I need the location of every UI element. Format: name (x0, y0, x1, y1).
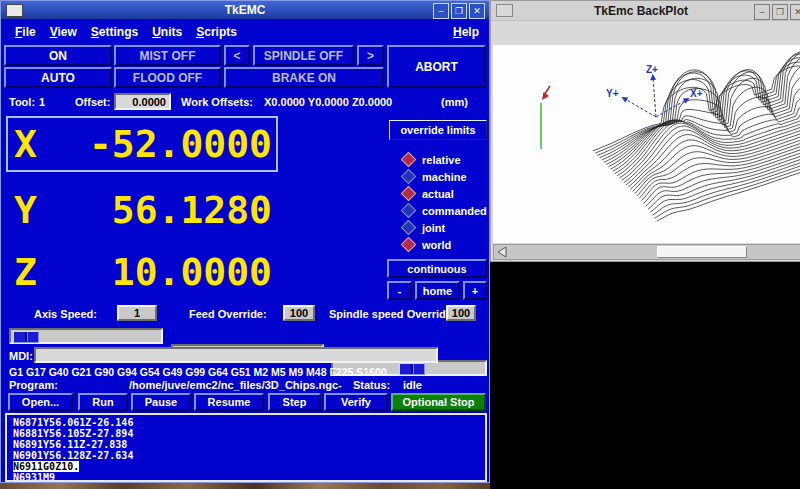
radio-relative[interactable]: relative (389, 151, 489, 168)
menu-settings[interactable]: Settings (91, 25, 138, 39)
slider-handle[interactable] (13, 331, 39, 343)
close-icon[interactable]: ✕ (790, 4, 800, 20)
backplot-hscrollbar[interactable] (493, 244, 800, 260)
radio-actual[interactable]: actual (389, 185, 489, 202)
radio-commanded[interactable]: commanded (389, 202, 489, 219)
open-button[interactable]: Open... (8, 393, 73, 411)
radio-label: joint (422, 222, 445, 234)
abort-button[interactable]: ABORT (387, 45, 486, 88)
run-button[interactable]: Run (78, 393, 128, 411)
radio-label: commanded (422, 205, 487, 217)
minimize-icon[interactable]: – (433, 3, 449, 19)
radio-diamond-icon (401, 237, 417, 253)
mdi-input[interactable] (34, 347, 438, 363)
spindle-button[interactable]: SPINDLE OFF (253, 45, 354, 66)
scrollbar-thumb[interactable] (657, 246, 747, 258)
status-label: Status: (353, 379, 390, 391)
radio-joint[interactable]: joint (389, 219, 489, 236)
jog-mode-button[interactable]: continuous (387, 259, 487, 278)
minimize-icon[interactable]: – (754, 4, 770, 20)
radio-world[interactable]: world (389, 236, 489, 253)
menu-file[interactable]: File (15, 25, 36, 39)
override-limits-button[interactable]: override limits (389, 120, 487, 140)
work-offsets-value: X0.0000 Y0.0000 Z0.0000 (264, 96, 392, 108)
svg-text:Y+: Y+ (606, 88, 619, 99)
program-dash: - (338, 379, 342, 391)
dro-axis-value: 10.0000 (112, 250, 272, 294)
menu-units[interactable]: Units (152, 25, 182, 39)
program-label: Program: (9, 379, 58, 391)
optional-stop-button[interactable]: Optional Stop (391, 393, 486, 411)
spindle-override-value: 100 (446, 305, 476, 321)
menu-help[interactable]: Help (453, 25, 479, 39)
verify-button[interactable]: Verify (324, 393, 388, 411)
menubar: FileViewSettingsUnitsScripts Help (1, 19, 489, 44)
active-gcodes: G1 G17 G40 G21 G90 G94 G54 G49 G99 G64 G… (9, 366, 387, 378)
status-value: idle (403, 379, 422, 391)
radio-diamond-icon (401, 203, 417, 219)
gcode-line[interactable]: N6931M9 (13, 472, 485, 482)
gcode-listing[interactable]: N6871Y56.061Z-26.146N6881Y56.105Z-27.894… (5, 413, 487, 482)
radio-machine[interactable]: machine (389, 168, 489, 185)
close-icon[interactable]: ✕ (469, 3, 485, 19)
feed-override-value: 100 (283, 305, 315, 321)
radio-label: machine (422, 171, 467, 183)
spindle-override-label: Spindle speed Override: (329, 308, 456, 320)
radio-label: world (422, 239, 451, 251)
resume-button[interactable]: Resume (194, 393, 264, 411)
dro-axis-value: 56.1280 (112, 188, 272, 232)
backplot-window: TkEmc BackPlot – ❐ ✕ X - YX - ZY - Z3DSE… (490, 0, 800, 262)
pause-button[interactable]: Pause (131, 393, 191, 411)
dro-axis-value: -52.0000 (89, 122, 272, 166)
program-path: /home/juve/emc2/nc_files/3D_Chips.ngc (129, 379, 338, 391)
menu-view[interactable]: View (50, 25, 77, 39)
spindle-plus-button[interactable]: > (357, 45, 384, 66)
gcode-line[interactable]: N6871Y56.061Z-26.146 (13, 417, 485, 428)
feed-override-label: Feed Override: (189, 308, 267, 320)
dro-axis-label: Z (14, 250, 37, 294)
dro-axis-y[interactable]: Y56.1280 (6, 182, 278, 238)
work-offsets-label: Work Offsets: (181, 96, 253, 108)
machine-on-button[interactable]: ON (4, 45, 112, 66)
svg-text:Z+: Z+ (646, 64, 658, 75)
gcode-line[interactable]: N6881Y56.105Z-27.894 (13, 428, 485, 439)
slider-handle[interactable] (399, 363, 425, 375)
step-button[interactable]: Step (268, 393, 321, 411)
radio-diamond-icon (401, 220, 417, 236)
spindle-minus-button[interactable]: < (224, 45, 250, 66)
scroll-left-icon[interactable] (495, 246, 509, 258)
titlebar: TkEMC – ❐ ✕ (1, 1, 489, 19)
dro-axis-z[interactable]: Z10.0000 (6, 244, 278, 300)
radio-diamond-icon (401, 186, 417, 202)
menu-scripts[interactable]: Scripts (196, 25, 237, 39)
home-button[interactable]: home (415, 281, 460, 300)
brake-button[interactable]: BRAKE ON (224, 67, 384, 88)
dro-axis-label: X (14, 122, 37, 166)
dro-axis-x[interactable]: X-52.0000 (6, 116, 278, 172)
offset-entry[interactable]: 0.0000 (114, 93, 171, 110)
svg-text:X+: X+ (690, 88, 703, 99)
gcode-line[interactable]: N6911G0Z10. (13, 461, 485, 472)
backplot-canvas: Z+Y+X+ (493, 45, 800, 243)
gcode-line[interactable]: N6891Y56.11Z-27.838 (13, 439, 485, 450)
mode-auto-button[interactable]: AUTO (4, 67, 112, 88)
jog-plus-button[interactable]: + (463, 281, 487, 300)
offset-label: Offset: (75, 96, 110, 108)
backplot-titlebar: TkEmc BackPlot – ❐ ✕ (491, 1, 800, 21)
flood-button[interactable]: FLOOD OFF (114, 67, 221, 88)
jog-minus-button[interactable]: - (387, 281, 412, 300)
mdi-label: MDI: (9, 350, 33, 362)
maximize-icon[interactable]: ❐ (451, 3, 467, 19)
axis-speed-label: Axis Speed: (34, 308, 97, 320)
backplot-title: TkEmc BackPlot (491, 4, 791, 18)
gcode-line[interactable]: N6901Y56.128Z-27.634 (13, 450, 485, 461)
axis-speed-slider[interactable] (9, 328, 163, 344)
maximize-icon[interactable]: ❐ (772, 4, 788, 20)
dro-axis-label: Y (14, 188, 37, 232)
tool-value: 1 (39, 96, 45, 108)
radio-diamond-icon (401, 152, 417, 168)
radio-label: relative (422, 154, 461, 166)
mist-button[interactable]: MIST OFF (114, 45, 221, 66)
tkemc-window: TkEMC – ❐ ✕ FileViewSettingsUnitsScripts… (0, 0, 490, 483)
axis-speed-value: 1 (117, 305, 157, 321)
